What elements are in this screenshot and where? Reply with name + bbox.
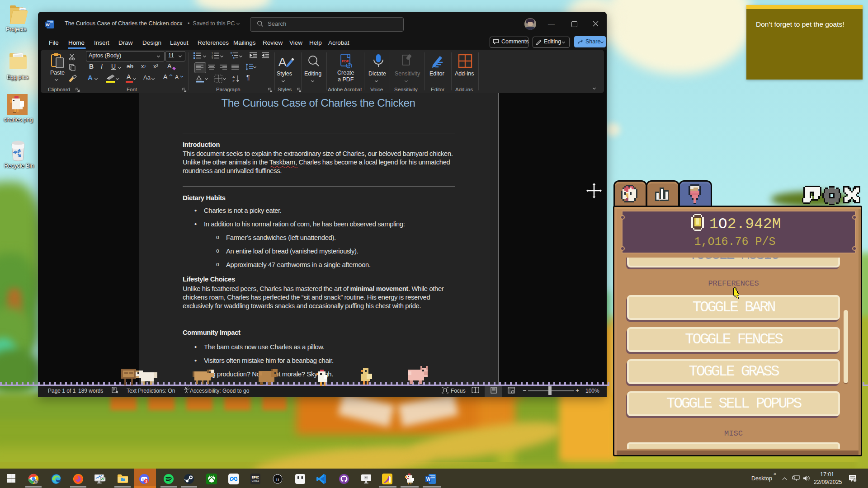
svg-text:Z: Z — [232, 79, 235, 83]
svg-text:EPIC: EPIC — [252, 476, 259, 479]
svg-text:W: W — [46, 23, 50, 27]
svg-text:A: A — [232, 75, 235, 79]
svg-text:2: 2 — [145, 479, 147, 483]
svg-text:u: u — [276, 476, 279, 483]
svg-text:GAMES: GAMES — [252, 480, 259, 482]
svg-text:A: A — [278, 55, 287, 69]
svg-text:3: 3 — [212, 57, 213, 59]
svg-text:PDF: PDF — [342, 59, 349, 63]
svg-text:W: W — [426, 477, 431, 482]
